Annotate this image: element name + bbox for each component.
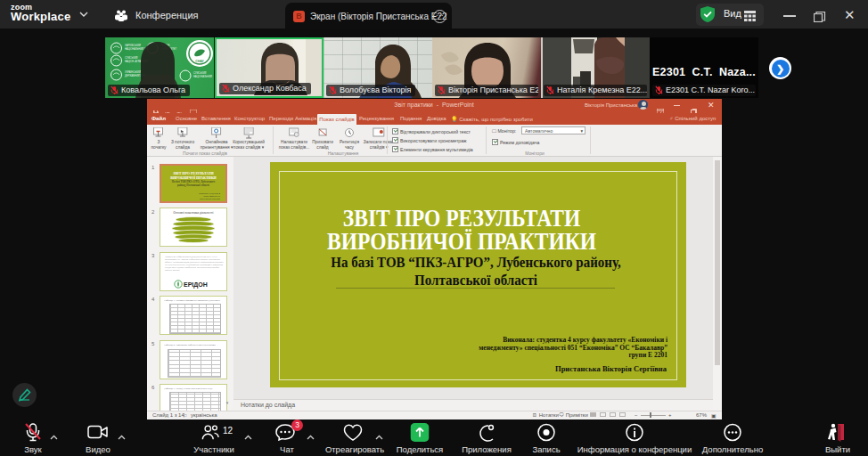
svg-text:НАЦІОНАЛЬНИЙ: НАЦІОНАЛЬНИЙ: [193, 75, 212, 78]
svg-text:СНАУ: СНАУ: [195, 60, 204, 63]
svg-text:УКРАЇНСЬКИЙ: УКРАЇНСЬКИЙ: [125, 70, 141, 74]
svg-text:СУМСЬКИЙ: СУМСЬКИЙ: [193, 71, 207, 75]
svg-text:ХАРКІВСЬКИЙ: ХАРКІВСЬКИЙ: [125, 44, 141, 47]
svg-text:ЕРІДОН: ЕРІДОН: [184, 281, 208, 289]
svg-text:СУМСЬКИЙ: СУМСЬКИЙ: [125, 56, 138, 60]
